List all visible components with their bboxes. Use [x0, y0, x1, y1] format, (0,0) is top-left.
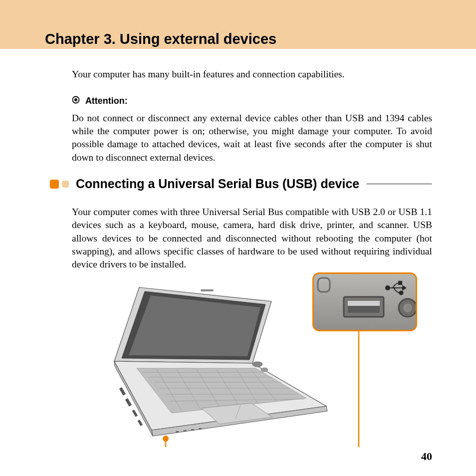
intro-text: Your computer has many built-in features…	[72, 68, 432, 81]
section-title: Connecting a Universal Serial Bus (USB) …	[76, 177, 359, 191]
attention-text: Do not connect or disconnect any externa…	[72, 112, 432, 164]
bullet-large-icon	[50, 180, 59, 189]
section-header: Connecting a Universal Serial Bus (USB) …	[50, 177, 432, 191]
title-rule-icon	[366, 183, 432, 185]
svg-point-1	[74, 98, 77, 101]
attention-icon	[72, 94, 80, 107]
page-number: 40	[421, 450, 432, 463]
attention-block: Attention: Do not connect or disconnect …	[72, 94, 432, 164]
figure	[72, 272, 432, 447]
bullet-small-icon	[62, 181, 69, 188]
chapter-title: Chapter 3. Using external devices	[45, 31, 276, 47]
section-text: Your computer comes with three Universal…	[72, 206, 432, 271]
callout-dot-icon	[163, 436, 169, 442]
attention-label: Attention:	[85, 95, 128, 107]
callout-leader	[72, 272, 432, 447]
